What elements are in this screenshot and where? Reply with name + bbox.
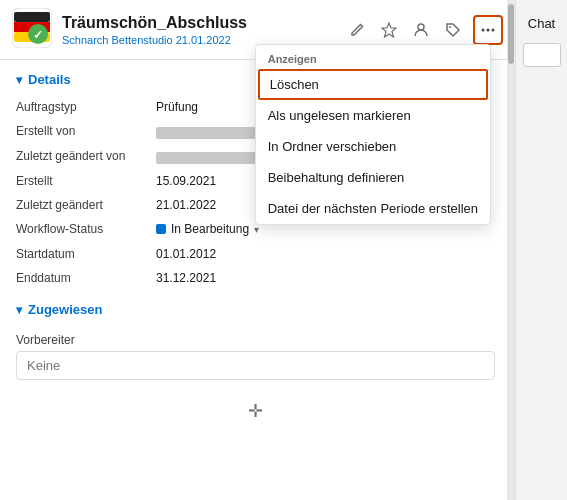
scroll-thumb: [508, 4, 514, 64]
svg-marker-6: [382, 23, 396, 37]
workflow-label: In Bearbeitung: [171, 222, 249, 236]
dropdown-item-0[interactable]: Löschen: [258, 69, 488, 100]
tag-button[interactable]: [441, 18, 465, 42]
detail-label-5: Workflow-Status: [16, 217, 156, 242]
svg-point-9: [482, 28, 485, 31]
edit-button[interactable]: [345, 18, 369, 42]
assigned-chevron-icon: ▾: [16, 303, 22, 317]
detail-value-6: 01.01.2012: [156, 242, 495, 266]
detail-label-1: Erstellt von: [16, 119, 156, 144]
workflow-badge[interactable]: In Bearbeitung ▾: [156, 222, 259, 236]
detail-label-2: Zuletzt geändert von: [16, 144, 156, 169]
vorbereiter-label: Vorbereiter: [16, 333, 495, 347]
svg-point-10: [487, 28, 490, 31]
page-title: Träumschön_Abschluss: [62, 14, 335, 32]
logo-icon: ✓: [12, 8, 52, 51]
dropdown-item-2[interactable]: In Ordner verschieben: [256, 131, 490, 162]
dropdown-item-4[interactable]: Datei der nächsten Periode erstellen: [256, 193, 490, 224]
assigned-section-header[interactable]: ▾ Zugewiesen: [16, 290, 495, 325]
workflow-chevron-icon: ▾: [254, 224, 259, 235]
detail-value-7: 31.12.2021: [156, 266, 495, 290]
chat-search-area[interactable]: [523, 43, 561, 67]
star-button[interactable]: [377, 18, 401, 42]
svg-point-8: [449, 26, 451, 28]
detail-label-7: Enddatum: [16, 266, 156, 290]
svg-point-7: [418, 24, 424, 30]
details-chevron-icon: ▾: [16, 73, 22, 87]
svg-point-11: [492, 28, 495, 31]
cursor-indicator: ✛: [16, 400, 495, 422]
detail-label-4: Zuletzt geändert: [16, 193, 156, 217]
chat-label: Chat: [528, 0, 555, 43]
scrollbar[interactable]: [507, 0, 515, 500]
svg-rect-1: [14, 12, 50, 22]
vorbereiter-input[interactable]: [16, 351, 495, 380]
more-button[interactable]: [473, 15, 503, 45]
dropdown-menu: Anzeigen Löschen Als ungelesen markieren…: [255, 44, 491, 225]
header-title-block: Träumschön_Abschluss Schnarch Bettenstud…: [62, 14, 335, 46]
person-button[interactable]: [409, 18, 433, 42]
header-actions: [345, 15, 503, 45]
detail-label-3: Erstellt: [16, 169, 156, 193]
chat-sidebar: Chat: [515, 0, 567, 500]
detail-label-6: Startdatum: [16, 242, 156, 266]
assigned-section-label: Zugewiesen: [28, 302, 102, 317]
details-section-label: Details: [28, 72, 71, 87]
detail-label-0: Auftragstyp: [16, 95, 156, 119]
workflow-dot-icon: [156, 224, 166, 234]
svg-text:✓: ✓: [33, 28, 43, 42]
dropdown-item-1[interactable]: Als ungelesen markieren: [256, 100, 490, 131]
dropdown-section-label: Anzeigen: [256, 45, 490, 69]
dropdown-item-3[interactable]: Beibehaltung definieren: [256, 162, 490, 193]
